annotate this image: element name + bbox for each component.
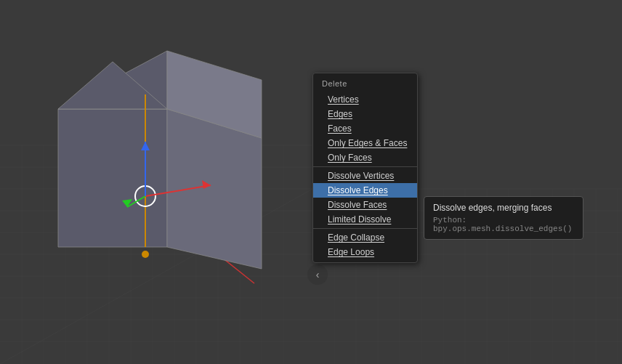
svg-marker-51 [58,109,167,247]
separator-2 [313,228,417,229]
context-menu: Delete Vertices Edges Faces Only Edges &… [312,73,418,263]
menu-item-limited-dissolve[interactable]: Limited Dissolve [313,212,417,227]
tooltip-title: Dissolve edges, merging faces [433,203,574,213]
tooltip-python: Python: bpy.ops.mesh.dissolve_edges() [433,216,574,233]
menu-item-edge-collapse[interactable]: Edge Collapse [313,230,417,245]
tooltip: Dissolve edges, merging faces Python: bp… [424,196,583,240]
menu-item-edge-loops[interactable]: Edge Loops [313,245,417,259]
svg-text:‹: ‹ [316,269,320,280]
menu-item-dissolve-edges[interactable]: Dissolve Edges [313,183,417,198]
3d-viewport: ‹ Delete Vertices Edges Faces Only Edges… [0,0,622,364]
separator-1 [313,166,417,167]
svg-point-64 [142,251,149,258]
menu-item-dissolve-faces[interactable]: Dissolve Faces [313,198,417,212]
menu-item-dissolve-vertices[interactable]: Dissolve Vertices [313,169,417,183]
menu-item-edges[interactable]: Edges [313,107,417,121]
scene-svg: ‹ [0,0,622,364]
menu-item-only-faces[interactable]: Only Faces [313,150,417,165]
context-menu-wrapper: Delete Vertices Edges Faces Only Edges &… [312,73,418,263]
menu-header: Delete [313,76,417,92]
menu-item-vertices[interactable]: Vertices [313,92,417,107]
menu-item-only-edges-faces[interactable]: Only Edges & Faces [313,136,417,150]
menu-item-faces[interactable]: Faces [313,121,417,136]
